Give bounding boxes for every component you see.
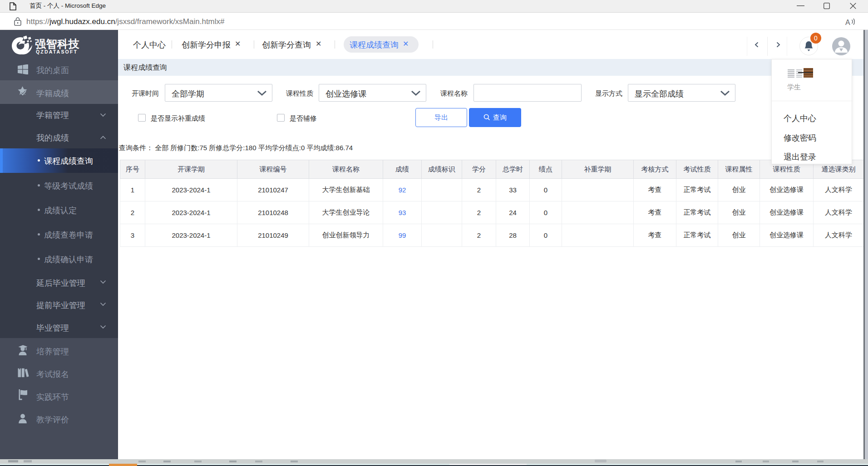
svg-text:A: A (845, 19, 850, 26)
